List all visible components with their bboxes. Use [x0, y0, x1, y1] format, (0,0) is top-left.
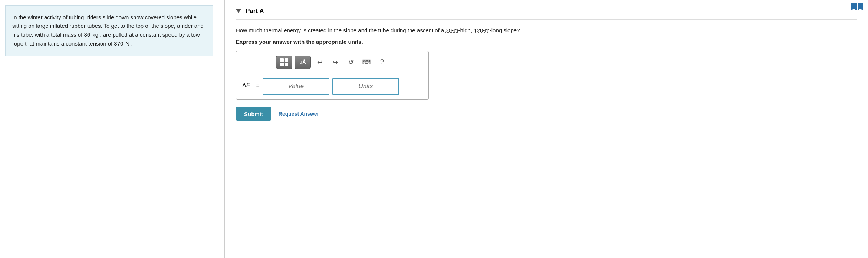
- problem-text: In the winter activity of tubing, riders…: [12, 14, 204, 47]
- mu-button[interactable]: μÅ: [295, 56, 311, 69]
- refresh-button[interactable]: ↺: [344, 56, 358, 69]
- question-text: How much thermal energy is created in th…: [236, 26, 857, 35]
- top-right-icons: [851, 3, 863, 10]
- slope-length: 120-m: [474, 27, 490, 33]
- submit-row: Submit Request Answer: [236, 107, 857, 121]
- undo-button[interactable]: ↩: [313, 56, 326, 69]
- subscript-th: Th: [250, 86, 254, 90]
- answer-box: μÅ ↩ ↪ ↺ ⌨ ? ΔETh =: [236, 51, 429, 100]
- value-input[interactable]: [263, 78, 329, 95]
- part-label: Part A: [246, 7, 264, 15]
- submit-button[interactable]: Submit: [236, 107, 271, 121]
- answer-input-row: ΔETh =: [242, 78, 423, 95]
- answer-label: ΔETh =: [242, 82, 260, 90]
- units-input[interactable]: [332, 78, 399, 95]
- bookmark-icon: [851, 3, 857, 10]
- redo-button[interactable]: ↪: [329, 56, 342, 69]
- slope-height: 30-m: [445, 27, 458, 33]
- collapse-icon[interactable]: [236, 9, 241, 13]
- mass-unit: kg: [92, 30, 98, 39]
- part-header: Part A: [236, 7, 857, 20]
- keyboard-button[interactable]: ⌨: [360, 56, 373, 69]
- help-button[interactable]: ?: [375, 56, 389, 69]
- tension-unit: N: [126, 39, 130, 48]
- express-instruction: Express your answer with the appropriate…: [236, 39, 857, 45]
- bookmark-icon-2: [858, 3, 863, 10]
- request-answer-link[interactable]: Request Answer: [279, 111, 319, 117]
- toolbar: μÅ ↩ ↪ ↺ ⌨ ?: [242, 56, 423, 73]
- problem-statement: In the winter activity of tubing, riders…: [5, 5, 213, 56]
- grid-button[interactable]: [276, 56, 292, 69]
- right-panel: Part A How much thermal energy is create…: [225, 0, 868, 258]
